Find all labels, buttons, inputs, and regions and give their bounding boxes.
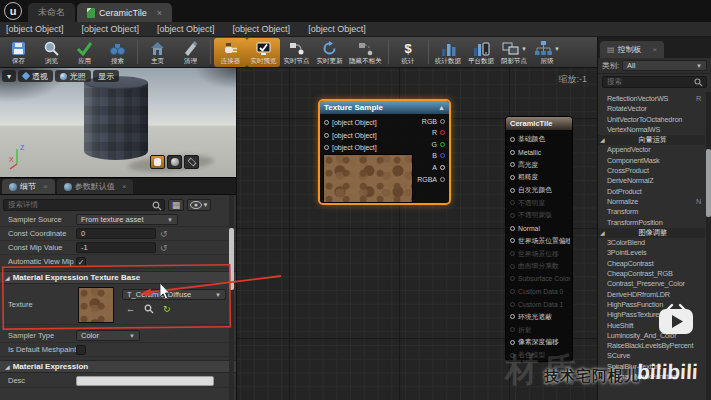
- preview-shape-cylinder-button[interactable]: [150, 155, 165, 169]
- tab-palette[interactable]: ▤ 控制板 ×: [600, 41, 664, 58]
- palette-item[interactable]: UnitVectorToOctahedron: [598, 115, 705, 125]
- material-input-pin[interactable]: 粗糙度: [510, 171, 570, 184]
- pin-circle-icon[interactable]: [440, 165, 445, 170]
- display-filter-button[interactable]: ▦: [168, 199, 184, 211]
- shader-nodes-button[interactable]: ▼ 阴影节点: [498, 38, 531, 67]
- use-selected-asset-icon[interactable]: ←: [126, 304, 135, 314]
- hide-unrelated-toggle-button[interactable]: 隐藏不相关: [346, 38, 385, 67]
- palette-item[interactable]: DeriveNormalZ: [598, 176, 705, 186]
- palette-search-input[interactable]: [602, 76, 707, 88]
- browse-to-asset-icon[interactable]: [144, 304, 154, 314]
- material-input-pin[interactable]: 不透明蒙版: [510, 209, 570, 222]
- hierarchy-button[interactable]: ▼ 层级: [531, 38, 564, 67]
- category-dropdown[interactable]: All ▼: [622, 60, 707, 71]
- pin-circle-icon[interactable]: [324, 133, 329, 138]
- desc-input[interactable]: [76, 376, 214, 386]
- tab-ceramictile-asset[interactable]: CeramicTile ×: [77, 3, 172, 22]
- const-coordinate-input[interactable]: 0: [76, 228, 156, 239]
- close-icon[interactable]: ×: [43, 182, 48, 191]
- sampler-type-dropdown[interactable]: Color▼: [76, 330, 140, 341]
- palette-item[interactable]: RotateVector: [598, 104, 705, 114]
- material-input-pin[interactable]: Custom Data 0: [510, 285, 570, 298]
- palette-scrollbar-thumb[interactable]: [706, 149, 711, 217]
- pin-circle-icon[interactable]: [510, 314, 515, 319]
- live-update-toggle-button[interactable]: 实时更新: [313, 38, 346, 67]
- palette-scrollbar[interactable]: [706, 92, 711, 400]
- home-button[interactable]: 主页: [141, 38, 174, 67]
- material-input-pin[interactable]: Custom Data 1: [510, 298, 570, 311]
- sampler-source-dropdown[interactable]: From texture asset▼: [76, 214, 178, 225]
- texture-sample-node-header[interactable]: Texture Sample ▲: [320, 101, 449, 114]
- pin-circle-icon[interactable]: [510, 340, 515, 345]
- pin-circle-icon[interactable]: [510, 150, 515, 155]
- pin-circle-icon[interactable]: [510, 251, 515, 256]
- pin-circle-icon[interactable]: [510, 238, 515, 243]
- lit-mode-button[interactable]: 光照: [55, 70, 91, 82]
- platform-stats-button[interactable]: 平台数据: [465, 38, 498, 67]
- pin-circle-icon[interactable]: [510, 188, 515, 193]
- pin-circle-icon[interactable]: [440, 153, 445, 158]
- node-output-pin[interactable]: RGBA: [417, 174, 445, 184]
- pin-circle-icon[interactable]: [510, 289, 515, 294]
- section-material-expression-texture-base[interactable]: ◢ Material Expression Texture Base: [0, 271, 236, 284]
- meshpaint-checkbox[interactable]: [76, 345, 86, 355]
- unreal-engine-logo[interactable]: u: [4, 2, 22, 20]
- pin-circle-icon[interactable]: [510, 137, 515, 142]
- material-input-pin[interactable]: 像素深度偏移: [510, 336, 570, 349]
- show-flags-button[interactable]: 显示: [93, 70, 119, 82]
- clean-up-button[interactable]: 清理: [174, 38, 207, 67]
- pin-circle-icon[interactable]: [510, 200, 515, 205]
- palette-item[interactable]: ComponentMask: [598, 156, 705, 166]
- save-button[interactable]: 保存: [2, 38, 35, 67]
- material-input-pin[interactable]: 不透明度: [510, 196, 570, 209]
- palette-item[interactable]: Transform: [598, 207, 705, 217]
- palette-item[interactable]: DotProduct: [598, 187, 705, 197]
- preview-shape-sphere-button[interactable]: [167, 155, 182, 169]
- material-input-pin[interactable]: 曲面细分乘数: [510, 260, 570, 273]
- reset-texture-icon[interactable]: ↻: [163, 304, 171, 314]
- details-scrollbar-thumb[interactable]: [229, 228, 234, 290]
- material-input-pin[interactable]: 高光度: [510, 158, 570, 171]
- pin-circle-icon[interactable]: [440, 177, 445, 182]
- material-input-pin[interactable]: Normal: [510, 222, 570, 235]
- auto-view-mip-bias-checkbox[interactable]: ✓: [76, 257, 86, 267]
- section-material-expression[interactable]: ◢ Material Expression: [0, 360, 236, 373]
- node-output-pin[interactable]: RGB: [422, 116, 445, 126]
- menu-item[interactable]: [object Object]: [6, 24, 64, 34]
- palette-item[interactable]: Contrast_Preserve_Color: [598, 279, 705, 289]
- live-preview-toggle-button[interactable]: 实时预览: [247, 38, 280, 67]
- browse-button[interactable]: 浏览: [35, 38, 68, 67]
- material-input-pin[interactable]: 自发光颜色: [510, 184, 570, 197]
- search-button[interactable]: 搜索: [101, 38, 134, 67]
- palette-item[interactable]: 向量运算: [598, 135, 705, 145]
- tab-parameter-defaults[interactable]: 参数默认值 ×: [57, 179, 134, 194]
- pin-circle-icon[interactable]: [440, 142, 445, 147]
- material-input-pin[interactable]: Subsurface Color: [510, 273, 570, 286]
- close-icon[interactable]: ×: [122, 182, 127, 191]
- pin-circle-icon[interactable]: [510, 213, 515, 218]
- palette-item[interactable]: 3PointLevels: [598, 248, 705, 258]
- pin-circle-icon[interactable]: [324, 145, 329, 150]
- palette-item[interactable]: DeriveHDRfromLDR: [598, 290, 705, 300]
- palette-item[interactable]: VertexNormalWS: [598, 125, 705, 135]
- material-input-pin[interactable]: 环境光遮蔽: [510, 311, 570, 324]
- material-node-header[interactable]: CeramicTile: [506, 117, 572, 130]
- palette-item[interactable]: TransformPosition: [598, 218, 705, 228]
- viewport-options-button[interactable]: ▾: [2, 70, 16, 82]
- pin-circle-icon[interactable]: [510, 162, 515, 167]
- stats-data-button[interactable]: 统计数据: [432, 38, 465, 67]
- texture-thumbnail[interactable]: [78, 287, 114, 323]
- node-input-pin[interactable]: [object Object]: [324, 130, 377, 141]
- pin-circle-icon[interactable]: [440, 130, 445, 135]
- details-scrollbar[interactable]: [229, 195, 234, 400]
- pin-circle-icon[interactable]: [440, 119, 445, 124]
- material-input-pin[interactable]: 世界场景位置偏移: [510, 235, 570, 248]
- reset-to-default-icon[interactable]: ↺: [160, 243, 168, 253]
- apply-button[interactable]: 应用: [68, 38, 101, 67]
- live-nodes-toggle-button[interactable]: 实时节点: [280, 38, 313, 67]
- node-output-pin[interactable]: G: [432, 139, 445, 149]
- tab-details[interactable]: 细节 ×: [2, 179, 55, 194]
- close-icon[interactable]: ×: [157, 8, 162, 18]
- pin-circle-icon[interactable]: [510, 276, 515, 281]
- stats-toggle-button[interactable]: $ 统计: [392, 38, 425, 67]
